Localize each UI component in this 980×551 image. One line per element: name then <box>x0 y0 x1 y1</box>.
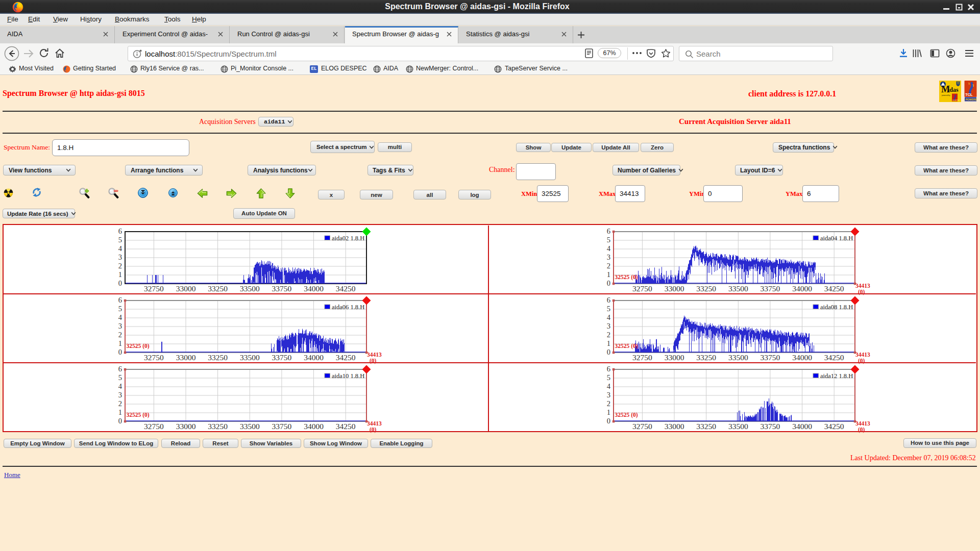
svg-text:(0): (0) <box>370 358 377 364</box>
svg-text:5: 5 <box>607 305 610 313</box>
svg-text:6: 6 <box>118 296 122 304</box>
svg-text:2: 2 <box>118 331 122 339</box>
svg-text:34250: 34250 <box>336 353 356 362</box>
svg-text:33250: 33250 <box>696 353 716 362</box>
svg-text:3: 3 <box>118 253 122 261</box>
svg-text:aida02 1.8.H: aida02 1.8.H <box>332 235 364 242</box>
svg-text:34000: 34000 <box>792 284 812 293</box>
svg-text:5: 5 <box>118 305 122 313</box>
svg-text:6: 6 <box>118 365 122 373</box>
svg-text:5: 5 <box>607 373 610 382</box>
svg-text:33000: 33000 <box>176 284 196 293</box>
svg-text:1: 1 <box>118 270 122 279</box>
svg-text:33000: 33000 <box>665 422 684 431</box>
svg-text:0: 0 <box>607 279 610 287</box>
svg-text:(0): (0) <box>858 358 865 364</box>
svg-text:32525 (0): 32525 (0) <box>127 412 150 418</box>
svg-text:4: 4 <box>118 382 122 390</box>
svg-text:33250: 33250 <box>696 284 716 293</box>
svg-text:4: 4 <box>118 313 122 321</box>
svg-text:0: 0 <box>118 417 122 425</box>
svg-text:33250: 33250 <box>208 422 228 431</box>
svg-text:32750: 32750 <box>632 284 652 293</box>
svg-text:1: 1 <box>118 339 122 347</box>
svg-text:4: 4 <box>118 244 122 253</box>
svg-text:4: 4 <box>607 313 611 321</box>
svg-text:3: 3 <box>118 391 122 399</box>
svg-text:34413: 34413 <box>855 352 870 358</box>
svg-text:32525 (0): 32525 (0) <box>615 343 638 349</box>
svg-text:0: 0 <box>118 348 122 356</box>
svg-text:33000: 33000 <box>665 284 684 293</box>
svg-text:powered by: powered by <box>942 94 950 96</box>
svg-text:2: 2 <box>607 399 610 408</box>
svg-text:33750: 33750 <box>272 353 292 362</box>
svg-text:aida06 1.8.H: aida06 1.8.H <box>332 304 364 311</box>
svg-text:2: 2 <box>118 399 122 408</box>
svg-text:33250: 33250 <box>696 422 716 431</box>
svg-text:(0): (0) <box>370 427 377 433</box>
svg-text:33500: 33500 <box>240 284 260 293</box>
svg-text:33750: 33750 <box>761 422 780 431</box>
svg-text:6: 6 <box>607 365 610 373</box>
svg-text:34250: 34250 <box>336 284 356 293</box>
svg-text:5: 5 <box>118 373 122 382</box>
svg-text:4: 4 <box>607 244 611 253</box>
svg-text:1: 1 <box>607 270 610 279</box>
svg-text:34000: 34000 <box>304 422 324 431</box>
svg-text:33250: 33250 <box>208 353 228 362</box>
svg-text:aida04 1.8.H: aida04 1.8.H <box>820 235 853 242</box>
svg-text:33500: 33500 <box>728 284 748 293</box>
svg-text:33500: 33500 <box>728 353 748 362</box>
svg-text:1: 1 <box>607 408 610 416</box>
svg-text:(0): (0) <box>858 427 865 433</box>
svg-text:3: 3 <box>118 322 122 330</box>
svg-text:POWERED: POWERED <box>966 98 977 101</box>
svg-text:33500: 33500 <box>240 422 260 431</box>
svg-text:34413: 34413 <box>367 420 382 427</box>
svg-text:33500: 33500 <box>728 422 748 431</box>
svg-text:1: 1 <box>118 408 122 416</box>
svg-text:TCL: TCL <box>965 92 973 97</box>
svg-text:34250: 34250 <box>824 353 844 362</box>
svg-text:idas: idas <box>948 86 959 93</box>
svg-text:32525 (0): 32525 (0) <box>127 343 150 349</box>
svg-text:34413: 34413 <box>855 283 870 289</box>
svg-text:0: 0 <box>118 279 122 287</box>
svg-text:33000: 33000 <box>176 422 196 431</box>
svg-text:3: 3 <box>607 391 610 399</box>
svg-text:33500: 33500 <box>240 353 260 362</box>
svg-text:2: 2 <box>607 331 610 339</box>
svg-text:33750: 33750 <box>761 353 780 362</box>
svg-text:32525 (0): 32525 (0) <box>615 274 638 281</box>
svg-text:1: 1 <box>607 339 610 347</box>
svg-text:32750: 32750 <box>144 353 164 362</box>
svg-text:32525 (0): 32525 (0) <box>615 412 638 418</box>
svg-text:33750: 33750 <box>272 422 292 431</box>
svg-text:33750: 33750 <box>761 284 780 293</box>
svg-text:5: 5 <box>607 236 610 244</box>
svg-text:aida10 1.8.H: aida10 1.8.H <box>332 372 364 380</box>
svg-text:32750: 32750 <box>632 353 652 362</box>
svg-text:0: 0 <box>607 348 610 356</box>
svg-text:33000: 33000 <box>176 353 196 362</box>
svg-text:(0): (0) <box>858 289 865 295</box>
svg-text:34413: 34413 <box>855 420 870 427</box>
svg-text:32750: 32750 <box>144 422 164 431</box>
svg-text:34000: 34000 <box>304 284 324 293</box>
svg-text:32750: 32750 <box>144 284 164 293</box>
svg-text:6: 6 <box>118 227 122 235</box>
svg-text:aida08 1.8.H: aida08 1.8.H <box>820 304 853 311</box>
svg-text:4: 4 <box>607 382 611 390</box>
svg-text:0: 0 <box>607 417 610 425</box>
svg-text:5: 5 <box>118 236 122 244</box>
svg-text:32750: 32750 <box>632 422 652 431</box>
svg-text:2: 2 <box>118 262 122 270</box>
svg-text:33000: 33000 <box>665 353 684 362</box>
svg-text:6: 6 <box>607 227 610 235</box>
svg-text:34250: 34250 <box>824 422 844 431</box>
svg-text:34250: 34250 <box>336 422 356 431</box>
svg-text:3: 3 <box>607 322 610 330</box>
svg-text:34000: 34000 <box>792 353 812 362</box>
svg-text:6: 6 <box>607 296 610 304</box>
